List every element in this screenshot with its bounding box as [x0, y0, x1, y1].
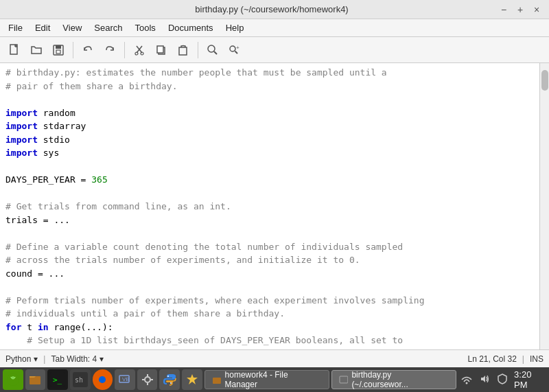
code-editor[interactable]: # birthday.py: estimates the number peop… [0, 63, 539, 349]
svg-point-9 [141, 52, 143, 55]
toolbar-separator-1 [73, 42, 73, 58]
tabwidth-label: Tab Width: 4 [51, 354, 97, 364]
status-sep-1: | [43, 354, 45, 364]
svg-point-26 [99, 376, 106, 383]
svg-rect-4 [56, 45, 61, 49]
paste-button[interactable] [173, 41, 194, 60]
tabwidth-arrow: ▾ [100, 354, 104, 364]
svg-point-18 [7, 373, 19, 386]
editor-window-label: birthday.py (~/.coursewor... [351, 370, 449, 389]
svg-text:+: + [236, 45, 240, 51]
clock: 3:20 PM [514, 369, 546, 390]
taskbar: >_ sh VB homework4 - File Manager birthd… [0, 367, 549, 392]
tray-shield-icon[interactable] [496, 373, 509, 387]
menubar: File Edit View Search Tools Documents He… [0, 19, 549, 37]
svg-point-39 [466, 382, 468, 384]
menu-documents[interactable]: Documents [163, 21, 219, 34]
import-kw-1: import [5, 108, 38, 118]
svg-text:VB: VB [122, 376, 130, 382]
taskbar-icon-virtualbox[interactable]: VB [115, 369, 135, 390]
comment-line-2: # pair of them share a birthday. [5, 81, 177, 91]
svg-point-15 [230, 46, 235, 51]
svg-rect-12 [179, 47, 187, 55]
import-kw-4: import [5, 148, 38, 158]
menu-help[interactable]: Help [220, 21, 250, 34]
scrollbar[interactable] [539, 63, 549, 349]
find-button[interactable] [202, 41, 223, 60]
comment-line-4: # Define a variable count denoting the t… [5, 242, 403, 252]
constant-value: 365 [91, 174, 107, 185]
statusbar: Python ▾ | Tab Width: 4 ▾ Ln 21, Col 32 … [0, 349, 549, 367]
undo-button[interactable] [78, 41, 98, 60]
replace-button[interactable]: + [224, 41, 245, 60]
language-label: Python [5, 354, 31, 364]
comment-line-6: # Peform trials number of experiments, w… [5, 295, 424, 305]
comment-line-7: # individuals until a pair of them share… [5, 308, 285, 319]
insert-label: INS [530, 354, 544, 364]
for-kw: for [5, 322, 21, 332]
window-title: birthday.py (~/coursework/homework4) [47, 4, 497, 14]
toolbar-separator-2 [124, 42, 125, 58]
svg-marker-36 [187, 374, 198, 384]
taskbar-icon-star[interactable] [182, 369, 202, 390]
taskbar-icon-firefox[interactable] [93, 369, 113, 390]
comment-line-3: # Get trials from command line, as an in… [5, 201, 231, 211]
close-button[interactable]: × [530, 3, 544, 16]
status-sep-2: | [522, 354, 524, 364]
open-button[interactable] [26, 41, 47, 60]
filemanager-window-label: homework4 - File Manager [225, 370, 322, 389]
comment-line-1: # birthday.py: estimates the number peop… [5, 67, 387, 78]
taskbar-icon-settings[interactable] [137, 369, 158, 390]
taskbar-icon-mint[interactable] [3, 369, 23, 390]
taskbar-icon-files[interactable] [25, 369, 46, 390]
svg-point-35 [170, 382, 172, 384]
position-label: Ln 21, Col 32 [467, 354, 516, 364]
language-status[interactable]: Python ▾ [5, 354, 38, 364]
minimize-button[interactable]: − [497, 3, 511, 16]
menu-tools[interactable]: Tools [130, 21, 161, 34]
maximize-button[interactable]: + [513, 3, 527, 16]
menu-view[interactable]: View [57, 21, 87, 34]
in-kw: in [38, 322, 49, 332]
svg-text:sh: sh [75, 376, 83, 384]
save-button[interactable] [48, 41, 69, 60]
new-button[interactable] [4, 41, 25, 60]
menu-search[interactable]: Search [89, 21, 128, 34]
svg-rect-38 [340, 376, 348, 383]
svg-rect-11 [157, 46, 163, 53]
insert-status: INS [530, 354, 544, 364]
language-arrow: ▾ [34, 354, 38, 364]
scroll-thumb[interactable] [541, 70, 548, 91]
svg-point-13 [208, 45, 215, 52]
svg-line-14 [214, 51, 217, 54]
copy-button[interactable] [151, 41, 172, 60]
svg-point-8 [135, 52, 138, 55]
tabwidth-status[interactable]: Tab Width: 4 ▾ [51, 354, 104, 364]
taskbar-icon-terminal[interactable]: >_ [47, 369, 68, 390]
svg-rect-5 [56, 50, 60, 54]
tray-network-icon[interactable] [460, 373, 473, 387]
svg-point-34 [167, 376, 169, 377]
position-status: Ln 21, Col 32 [467, 354, 516, 364]
toolbar: + [0, 37, 549, 63]
svg-point-19 [12, 376, 14, 379]
redo-button[interactable] [100, 41, 120, 60]
toolbar-separator-3 [198, 42, 198, 58]
svg-rect-37 [213, 378, 221, 384]
svg-marker-40 [481, 376, 485, 382]
taskbar-window-filemanager[interactable]: homework4 - File Manager [205, 370, 329, 389]
import-kw-3: import [5, 135, 38, 145]
menu-edit[interactable]: Edit [30, 21, 56, 34]
svg-line-16 [235, 51, 238, 54]
editor-container: # birthday.py: estimates the number peop… [0, 63, 549, 349]
cut-button[interactable] [129, 41, 150, 60]
menu-file[interactable]: File [3, 21, 28, 34]
system-tray: 3:20 PM [460, 369, 546, 390]
taskbar-icon-python[interactable] [159, 369, 180, 390]
taskbar-icon-bash[interactable]: sh [70, 369, 91, 390]
svg-text:>_: >_ [53, 376, 62, 384]
taskbar-window-editor[interactable]: birthday.py (~/.coursewor... [331, 370, 457, 389]
tray-volume-icon[interactable] [478, 373, 491, 387]
comment-line-5: # across the trials number of experiment… [5, 255, 360, 265]
import-kw-2: import [5, 121, 38, 131]
